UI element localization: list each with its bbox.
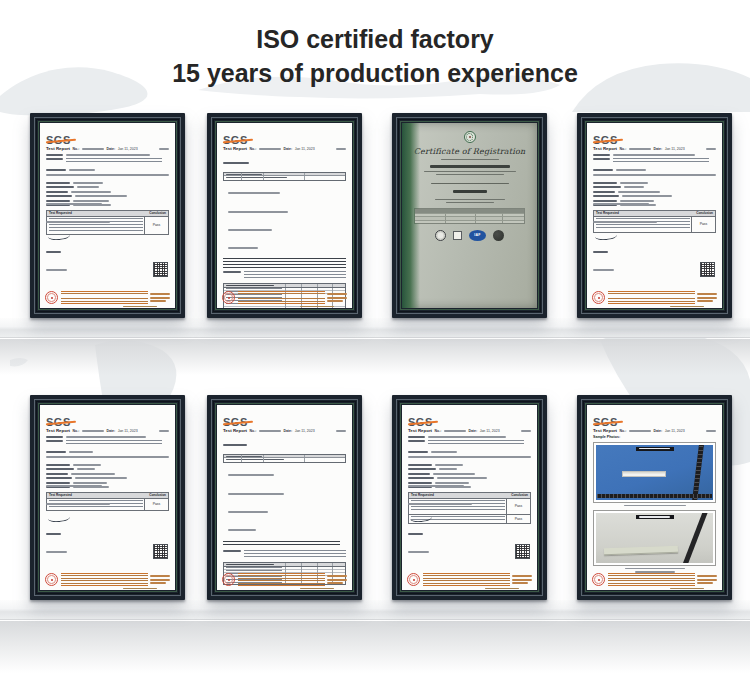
redacted-line	[697, 579, 717, 581]
certificate-frame-r1c2[interactable]: SGS Test Report No.: Date:Jan 11, 2023	[207, 113, 362, 318]
company-stamp-icon	[222, 291, 235, 304]
certificate-frame-r1c1[interactable]: SGS Test Report No.: Date:Jan 11, 2023 T…	[30, 113, 185, 318]
report-footer	[592, 291, 717, 304]
client-name-row	[408, 436, 531, 438]
redacted-line	[593, 186, 621, 188]
redacted-line	[259, 148, 281, 150]
info-row	[593, 182, 716, 184]
redacted-line	[436, 174, 504, 175]
date-label: Date:	[283, 429, 292, 433]
redacted-line	[336, 430, 346, 432]
report-header: Test Report No.: Date:Jan 11, 2023	[223, 428, 346, 433]
redacted-line	[82, 430, 104, 432]
footer-text-block	[608, 573, 695, 586]
redacted-line	[228, 474, 274, 476]
qr-code	[153, 262, 168, 277]
footer-contact-block	[150, 575, 170, 584]
redacted-line	[639, 448, 669, 450]
redacted-line	[408, 456, 531, 458]
certificate-frame-r2c4[interactable]: SGS Test Report No.: Date:Jan 11, 2023 S…	[577, 395, 732, 600]
redacted-line	[629, 148, 651, 150]
redacted-line	[327, 293, 347, 295]
redacted-line	[408, 464, 432, 466]
sample-photo-box	[593, 510, 716, 566]
report-title: Test Report	[408, 428, 432, 433]
redacted-line	[408, 440, 425, 442]
report-header: Test Report No.: Date:Jan 11, 2023	[593, 146, 716, 151]
redacted-line	[69, 169, 95, 171]
signature-block	[593, 194, 657, 278]
redacted-line	[228, 529, 256, 531]
redacted-line	[593, 158, 610, 160]
redacted-line	[159, 148, 169, 150]
redacted-line	[431, 183, 509, 184]
redacted-line	[228, 493, 284, 495]
pass-value: Pass	[144, 499, 168, 510]
report-footer	[407, 573, 532, 586]
info-row	[408, 464, 531, 466]
column-divider	[304, 176, 305, 180]
redacted-line	[593, 251, 608, 253]
redacted-line	[226, 177, 287, 178]
redacted-line	[46, 551, 67, 553]
redacted-line	[408, 551, 429, 553]
client-address-row	[46, 158, 169, 164]
no-label: No.:	[73, 429, 80, 433]
redacted-line	[150, 579, 170, 581]
certificate-frame-r2c3[interactable]: SGS Test Report No.: Date:Jan 11, 2023 T…	[392, 395, 547, 600]
client-name-row	[46, 154, 169, 156]
certificate-paper: SGS Test Report No.: Date:Jan 11, 2023 T…	[40, 405, 175, 590]
footer-contact-block	[697, 293, 717, 302]
column-divider	[263, 176, 264, 180]
redacted-paragraph	[66, 440, 162, 446]
report-title: Test Report	[46, 146, 70, 151]
column-divider	[301, 284, 302, 287]
redacted-paragraph	[61, 293, 148, 302]
sample-strip	[622, 471, 666, 477]
redacted-line	[512, 575, 532, 577]
redacted-line	[77, 468, 95, 470]
wreath-logo-icon	[464, 131, 476, 143]
redacted-line	[428, 436, 506, 438]
certificate-frame-r2c2[interactable]: SGS Test Report No.: Date:Jan 11, 2023	[207, 395, 362, 600]
sample-name-row	[46, 451, 169, 453]
sgs-logo: SGS	[46, 412, 169, 425]
report-header: Test Report No.: Date:Jan 11, 2023	[46, 428, 169, 433]
no-label: No.:	[620, 429, 627, 433]
redacted-line	[226, 174, 262, 175]
redacted-line	[228, 511, 268, 513]
report-footer	[222, 573, 347, 586]
column-divider	[502, 221, 503, 223]
redacted-line	[327, 582, 343, 584]
title-line-2: 15 years of production experience	[0, 56, 750, 90]
pass-value: Pass	[506, 499, 530, 514]
report-header: Test Report No.: Date:Jan 11, 2023	[593, 428, 716, 433]
redacted-line	[66, 436, 146, 438]
column-divider	[285, 284, 286, 287]
redacted-line	[46, 182, 70, 184]
sgs-logo: SGS	[593, 130, 716, 143]
company-stamp-icon	[222, 573, 235, 586]
certificate-frame-r2c1[interactable]: SGS Test Report No.: Date:Jan 11, 2023 T…	[30, 395, 185, 600]
sample-name-row	[593, 169, 716, 171]
photo-caption-line	[624, 505, 686, 506]
column-divider	[304, 455, 305, 458]
certificate-frame-r1c4[interactable]: SGS Test Report No.: Date:Jan 11, 2023 T…	[577, 113, 732, 318]
embossed-seal-icon	[493, 230, 504, 241]
qr-code	[153, 544, 168, 559]
redacted-line	[408, 468, 436, 470]
redacted-line	[228, 247, 258, 249]
pass-value: Pass	[506, 515, 530, 523]
column-divider	[475, 221, 476, 223]
date-value: Jan 11, 2023	[295, 429, 315, 433]
redacted-line	[46, 154, 63, 156]
signature-scribble	[410, 513, 433, 523]
redacted-line	[408, 473, 430, 475]
shelf-top-shadow	[0, 339, 750, 375]
signature-block	[408, 476, 472, 560]
test-method-row	[223, 271, 346, 280]
certificate-frame-r1c3[interactable]: Certificate of Registration IAF	[392, 113, 547, 318]
report-title: Test Report	[46, 428, 70, 433]
redacted-paragraph	[61, 575, 148, 584]
redacted-line	[82, 148, 104, 150]
